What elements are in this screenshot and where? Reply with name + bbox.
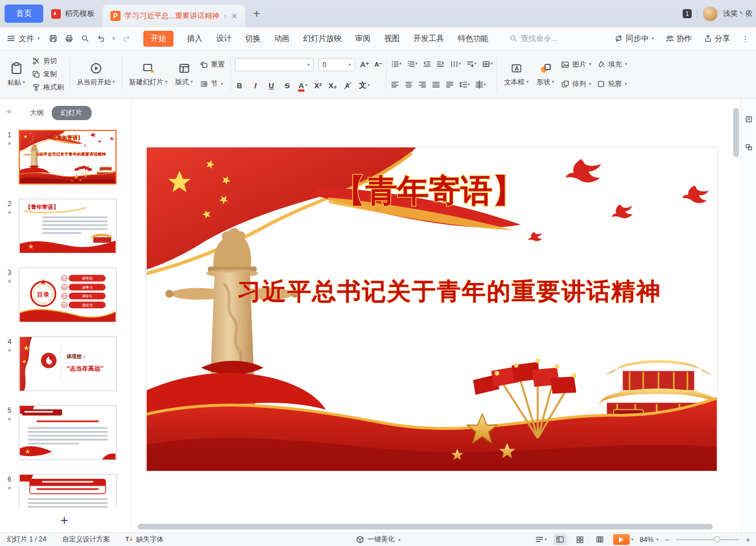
play-from-current-button[interactable]: 从当前开始▾ — [73, 52, 119, 96]
font-size-select[interactable]: 0▾ — [319, 58, 355, 71]
increase-indent-icon[interactable] — [436, 60, 445, 68]
text-direction-button[interactable]: ▾ — [466, 60, 477, 68]
horizontal-scroll-thumb[interactable] — [138, 524, 713, 529]
columns-button[interactable]: ▾ — [450, 60, 461, 68]
slideshow-play-button[interactable]: ▾ — [613, 534, 634, 545]
menu-transition[interactable]: 切换 — [245, 34, 261, 44]
arrange-button[interactable]: 排列▾ — [559, 79, 593, 89]
notes-button[interactable]: ▾ — [535, 535, 547, 544]
message-count-badge[interactable]: 1 — [683, 9, 692, 18]
subscript-button[interactable]: X₂ — [328, 81, 336, 90]
transition-star-icon[interactable]: ★ — [0, 210, 19, 215]
vertical-scroll-thumb[interactable] — [733, 108, 739, 157]
picture-button[interactable]: 图片▾ — [559, 59, 593, 70]
slide-2-thumbnail[interactable]: 【青年寄语】 — [19, 199, 117, 253]
menu-view[interactable]: 视图 — [385, 34, 400, 44]
outline-button[interactable]: 轮廓▾ — [595, 79, 629, 89]
slide-3-thumbnail[interactable]: 目录 01 谈理想 02 谈学习 03 谈奋斗 04 谈担当 — [19, 268, 117, 322]
paragraph-settings-button[interactable]: ▾ — [475, 80, 486, 89]
collaborate-button[interactable]: 协作 — [666, 34, 692, 44]
menu-devtools[interactable]: 开发工具 — [414, 34, 444, 44]
share-button[interactable]: 分享 — [704, 34, 730, 44]
user-avatar[interactable] — [703, 6, 718, 22]
document-tab[interactable]: P 学习习近平总...重要讲话精神 ↑ ✕ — [102, 5, 245, 27]
strikethrough-button[interactable]: S — [283, 81, 292, 90]
font-color-button[interactable]: A▾ — [299, 81, 307, 90]
find-command-box[interactable]: 查找命令... — [509, 34, 558, 44]
copy-button[interactable]: 复制 — [30, 69, 65, 80]
zoom-in-button[interactable]: + — [746, 536, 750, 544]
menu-insert[interactable]: 插入 — [187, 34, 203, 44]
properties-panel-icon[interactable] — [745, 115, 753, 124]
superscript-button[interactable]: X² — [314, 81, 321, 90]
paste-button[interactable]: 粘贴▾ — [3, 52, 29, 96]
zoom-level[interactable]: 84%▾ — [640, 536, 659, 544]
slide-layout-button[interactable]: 版式▾ — [171, 52, 197, 96]
text-effects-button[interactable]: 文▾ — [359, 80, 370, 91]
menu-animation[interactable]: 动画 — [274, 34, 290, 44]
insert-table-button[interactable]: ▾ — [482, 60, 493, 68]
design-scheme-button[interactable]: 自定义设计方案 — [62, 535, 110, 544]
justify-icon[interactable] — [432, 80, 440, 89]
slide-6-thumbnail[interactable] — [19, 474, 117, 508]
numbered-list-button[interactable]: ▾ — [407, 60, 418, 68]
horizontal-scrollbar[interactable] — [137, 523, 729, 530]
bullet-list-button[interactable]: ▾ — [391, 60, 402, 68]
transition-star-icon[interactable]: ★ — [0, 485, 19, 491]
undo-dropdown[interactable]: ▾ — [113, 36, 115, 41]
slide-4-thumbnail[interactable]: 谈理想： “志当存高远” — [19, 336, 117, 391]
pin-tab-icon[interactable]: ↑ — [224, 12, 228, 20]
new-slide-button[interactable]: 新建幻灯片▾ — [125, 52, 171, 96]
zoom-slider[interactable] — [676, 539, 740, 540]
reset-slide-button[interactable]: 重置 — [198, 59, 226, 70]
slide-sorter-view-button[interactable] — [573, 534, 587, 545]
clear-format-icon[interactable]: A — [344, 81, 352, 90]
cut-button[interactable]: 剪切 — [30, 56, 65, 67]
transition-star-icon[interactable]: ★ — [0, 347, 19, 353]
close-tab-icon[interactable]: ✕ — [231, 12, 237, 20]
redo-icon[interactable] — [122, 34, 131, 43]
italic-button[interactable]: I — [251, 81, 260, 90]
sync-status-button[interactable]: 同步中▾ — [614, 34, 654, 44]
align-center-icon[interactable] — [404, 80, 413, 89]
section-button[interactable]: 节▾ — [198, 79, 226, 89]
docer-template-tab[interactable]: 稻壳模板 — [43, 0, 102, 27]
new-tab-button[interactable]: + — [253, 7, 260, 20]
increase-font-button[interactable]: A⁺ — [360, 60, 369, 69]
slide-editor[interactable] — [146, 147, 718, 471]
more-menu-icon[interactable]: ⋮ — [742, 34, 750, 43]
slide-5-thumbnail[interactable] — [19, 405, 117, 460]
font-name-select[interactable]: ▾ — [235, 58, 313, 71]
zoom-slider-thumb[interactable] — [714, 536, 720, 543]
transition-star-icon[interactable]: ★ — [0, 416, 19, 422]
shapes-button[interactable]: 形状▾ — [532, 52, 558, 96]
file-menu[interactable]: 文件▾ — [7, 34, 40, 44]
home-button[interactable]: 首页 — [5, 5, 43, 23]
menu-design[interactable]: 设计 — [216, 34, 232, 44]
selection-pane-icon[interactable] — [745, 143, 753, 151]
textbox-button[interactable]: A 文本框▾ — [500, 52, 532, 96]
reading-view-button[interactable] — [593, 534, 607, 545]
zoom-out-button[interactable]: − — [665, 536, 670, 544]
align-left-icon[interactable] — [391, 80, 399, 89]
menu-special[interactable]: 特色功能 — [458, 34, 489, 44]
slide-1-thumbnail[interactable] — [19, 130, 117, 184]
transition-star-icon[interactable]: ★ — [0, 141, 19, 146]
undo-icon[interactable] — [97, 34, 105, 43]
fill-button[interactable]: 填充▾ — [595, 59, 629, 70]
add-slide-button[interactable]: + — [60, 512, 68, 528]
print-icon[interactable] — [65, 34, 73, 43]
missing-font-button[interactable]: T 缺失字体 — [125, 535, 163, 544]
beautify-button[interactable]: 一键美化▴ — [356, 535, 400, 544]
menu-slideshow[interactable]: 幻灯片放映 — [303, 34, 342, 44]
save-icon[interactable] — [49, 34, 57, 43]
line-spacing-button[interactable]: ▾ — [459, 80, 470, 89]
menu-home[interactable]: 开始 — [143, 31, 173, 47]
distribute-icon[interactable] — [445, 80, 454, 89]
decrease-indent-icon[interactable] — [423, 60, 431, 68]
transition-star-icon[interactable]: ★ — [0, 278, 19, 284]
vertical-scrollbar[interactable] — [733, 102, 740, 519]
normal-view-button[interactable] — [553, 534, 567, 545]
print-preview-icon[interactable] — [81, 34, 89, 43]
bold-button[interactable]: B — [235, 81, 244, 90]
